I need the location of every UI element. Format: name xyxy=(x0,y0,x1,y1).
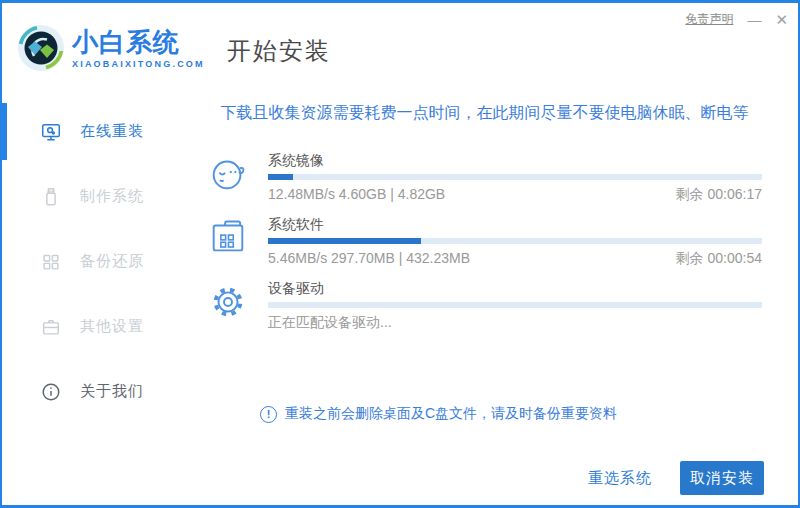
task-row-device-driver: 设备驱动 正在匹配设备驱动... xyxy=(207,280,762,331)
sidebar-item-label: 关于我们 xyxy=(80,382,144,401)
task-detail: 5.46MB/s 297.70MB | 432.23MB xyxy=(268,250,470,267)
backup-blocks-icon xyxy=(40,251,62,273)
brand-name: 小白系统 xyxy=(72,28,205,56)
header: 小白系统 XIAOBAIXITONG.COM 开始安装 xyxy=(2,3,798,93)
brand-domain: XIAOBAIXITONG.COM xyxy=(72,59,205,69)
sidebar-item-label: 备份还原 xyxy=(80,252,144,271)
task-name: 设备驱动 xyxy=(268,280,762,297)
briefcase-icon xyxy=(40,316,62,338)
main-panel: 下载且收集资源需要耗费一点时间，在此期间尽量不要使电脑休眠、断电等 xyxy=(192,93,798,508)
cancel-install-button[interactable]: 取消安装 xyxy=(680,461,764,495)
close-icon[interactable]: ✕ xyxy=(775,13,788,27)
notice-bar: ! 重装之前会删除桌面及C盘文件，请及时备份重要资料 xyxy=(260,405,762,423)
task-remaining: 剩余 00:06:17 xyxy=(676,186,762,203)
info-circle-icon xyxy=(40,381,62,403)
brand-text: 小白系统 XIAOBAIXITONG.COM xyxy=(72,28,205,69)
task-row-system-image: 系统镜像 12.48MB/s 4.60GB | 4.82GB 剩余 00:06:… xyxy=(207,152,762,203)
folder-apps-icon xyxy=(207,216,249,258)
minimize-icon[interactable]: — xyxy=(747,13,761,27)
task-detail: 12.48MB/s 4.60GB | 4.82GB xyxy=(268,186,445,203)
face-mascot-icon xyxy=(207,152,249,194)
sidebar-item-backup-restore[interactable]: 备份还原 xyxy=(2,229,192,294)
warning-text: 下载且收集资源需要耗费一点时间，在此期间尽量不要使电脑休眠、断电等 xyxy=(207,103,762,124)
task-detail: 正在匹配设备驱动... xyxy=(268,314,392,331)
progress-bar xyxy=(268,302,762,308)
task-row-system-software: 系统软件 5.46MB/s 297.70MB | 432.23MB 剩余 00:… xyxy=(207,216,762,267)
gear-icon xyxy=(207,280,249,322)
page-title: 开始安装 xyxy=(227,35,331,67)
task-name: 系统软件 xyxy=(268,216,762,233)
monitor-online-icon xyxy=(40,121,62,143)
task-remaining: 剩余 00:00:54 xyxy=(676,250,762,267)
progress-fill xyxy=(268,238,421,244)
footer-actions: 重选系统 取消安装 xyxy=(588,461,764,495)
task-name: 系统镜像 xyxy=(268,152,762,169)
usb-drive-icon xyxy=(40,186,62,208)
disclaimer-link[interactable]: 免责声明 xyxy=(685,11,733,28)
titlebar: 免责声明 — ✕ xyxy=(685,11,788,28)
app-window: 免责声明 — ✕ 小白系统 XIAOBAIXITONG.COM 开始安装 xyxy=(0,0,800,508)
sidebar-item-about-us[interactable]: 关于我们 xyxy=(2,359,192,424)
sidebar-item-label: 其他设置 xyxy=(80,317,144,336)
progress-bar xyxy=(268,238,762,244)
sidebar-item-other-settings[interactable]: 其他设置 xyxy=(2,294,192,359)
sidebar-item-label: 制作系统 xyxy=(80,187,144,206)
notice-text: 重装之前会删除桌面及C盘文件，请及时备份重要资料 xyxy=(285,405,617,423)
sidebar-item-make-system[interactable]: 制作系统 xyxy=(2,164,192,229)
exclamation-circle-icon: ! xyxy=(260,406,277,423)
sidebar-item-online-reinstall[interactable]: 在线重装 xyxy=(2,99,192,164)
progress-fill xyxy=(268,174,293,180)
brand-logo-icon xyxy=(17,24,65,72)
sidebar: 在线重装 制作系统 xyxy=(2,93,192,508)
reselect-system-button[interactable]: 重选系统 xyxy=(588,469,652,488)
progress-bar xyxy=(268,174,762,180)
active-indicator xyxy=(2,103,7,160)
task-list: 系统镜像 12.48MB/s 4.60GB | 4.82GB 剩余 00:06:… xyxy=(207,152,762,331)
sidebar-item-label: 在线重装 xyxy=(80,122,144,141)
